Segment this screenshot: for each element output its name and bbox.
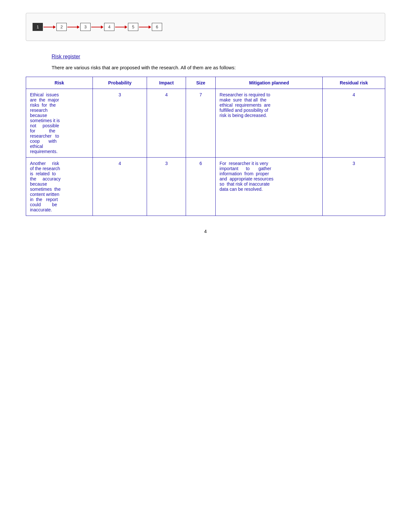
probability-cell-2: 4 bbox=[93, 158, 147, 216]
col-header-probability: Probability bbox=[93, 77, 147, 89]
impact-cell-2: 3 bbox=[147, 158, 186, 216]
size-cell-1: 7 bbox=[186, 89, 216, 158]
progress-container: 1 2 3 4 5 6 bbox=[26, 13, 385, 41]
col-header-residual: Residual risk bbox=[323, 77, 385, 89]
residual-cell-1: 4 bbox=[323, 89, 385, 158]
risk-cell-1: Ethical issues are the major risks for t… bbox=[26, 89, 93, 158]
mitigation-cell-1: Researcher is required to make sure that… bbox=[216, 89, 323, 158]
arrow-2 bbox=[67, 25, 80, 29]
col-header-size: Size bbox=[186, 77, 216, 89]
residual-cell-2: 3 bbox=[323, 158, 385, 216]
probability-cell-1: 3 bbox=[93, 89, 147, 158]
mitigation-cell-2: For researcher it is very important to g… bbox=[216, 158, 323, 216]
arrow-1 bbox=[44, 25, 56, 29]
step-6[interactable]: 6 bbox=[152, 23, 162, 31]
col-header-mitigation: Mitigation planned bbox=[216, 77, 323, 89]
size-cell-2: 6 bbox=[186, 158, 216, 216]
step-3[interactable]: 3 bbox=[80, 23, 91, 31]
step-2[interactable]: 2 bbox=[56, 23, 67, 31]
risk-cell-2: Another risk of the research is related … bbox=[26, 158, 93, 216]
section-title: Risk register bbox=[52, 54, 385, 60]
intro-text: There are various risks that are propose… bbox=[52, 65, 385, 70]
risk-table: Risk Probability Impact Size Mitigation … bbox=[26, 77, 385, 216]
step-1[interactable]: 1 bbox=[33, 23, 43, 31]
col-header-impact: Impact bbox=[147, 77, 186, 89]
step-5[interactable]: 5 bbox=[128, 23, 138, 31]
col-header-risk: Risk bbox=[26, 77, 93, 89]
step-4[interactable]: 4 bbox=[104, 23, 114, 31]
impact-cell-1: 4 bbox=[147, 89, 186, 158]
progress-bar: 1 2 3 4 5 6 bbox=[33, 23, 378, 31]
page-number: 4 bbox=[26, 229, 385, 234]
table-row: Another risk of the research is related … bbox=[26, 158, 385, 216]
arrow-3 bbox=[91, 25, 103, 29]
arrow-4 bbox=[115, 25, 127, 29]
arrow-5 bbox=[139, 25, 151, 29]
table-row: Ethical issues are the major risks for t… bbox=[26, 89, 385, 158]
